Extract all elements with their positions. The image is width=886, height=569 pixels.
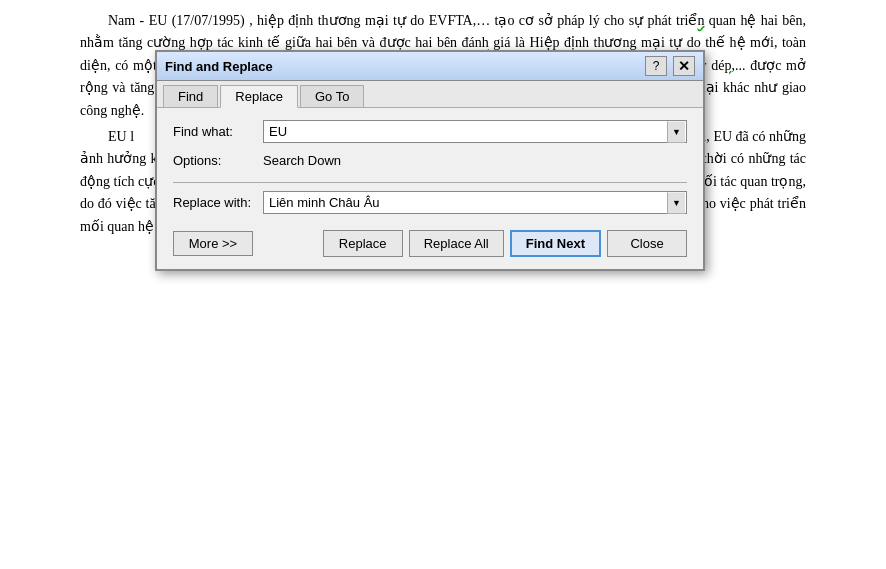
dialog-tabs: Find Replace Go To	[157, 81, 703, 108]
wavy-underline-4: p	[724, 58, 731, 73]
replace-with-row: Replace with: ▼	[173, 191, 687, 214]
find-what-label: Find what:	[173, 124, 263, 139]
buttons-left: More >>	[173, 231, 253, 256]
tab-goto[interactable]: Go To	[300, 85, 364, 107]
options-row: Options: Search Down	[173, 153, 687, 168]
replace-all-button[interactable]: Replace All	[409, 230, 504, 257]
tab-find[interactable]: Find	[163, 85, 218, 107]
find-what-row: Find what: ▼	[173, 120, 687, 143]
more-button[interactable]: More >>	[173, 231, 253, 256]
options-value: Search Down	[263, 153, 341, 168]
replace-button[interactable]: Replace	[323, 230, 403, 257]
dialog-close-button[interactable]: ✕	[673, 56, 695, 76]
dialog-titlebar[interactable]: Find and Replace ? ✕	[157, 52, 703, 81]
find-next-button[interactable]: Find Next	[510, 230, 601, 257]
dialog-buttons: More >> Replace Replace All Find Next Cl…	[173, 224, 687, 261]
wavy-underline-2: h	[482, 35, 489, 50]
close-dialog-button[interactable]: Close	[607, 230, 687, 257]
find-what-input[interactable]	[263, 120, 687, 143]
replace-with-label: Replace with:	[173, 195, 263, 210]
dialog-body: Find what: ▼ Options: Search Down Replac…	[157, 108, 703, 269]
replace-with-input[interactable]	[263, 191, 687, 214]
dialog-separator	[173, 182, 687, 183]
replace-input-container: ▼	[263, 191, 687, 214]
wavy-underline-1: n	[697, 13, 704, 28]
dialog-title: Find and Replace	[165, 59, 273, 74]
find-dropdown-arrow[interactable]: ▼	[667, 121, 685, 142]
dialog-help-button[interactable]: ?	[645, 56, 667, 76]
tab-replace[interactable]: Replace	[220, 85, 298, 108]
dialog-controls: ? ✕	[645, 56, 695, 76]
replace-dropdown-arrow[interactable]: ▼	[667, 192, 685, 213]
buttons-right: Replace Replace All Find Next Close	[323, 230, 687, 257]
options-label: Options:	[173, 153, 263, 168]
find-input-container: ▼	[263, 120, 687, 143]
find-replace-dialog: Find and Replace ? ✕ Find Replace Go To …	[155, 50, 705, 271]
